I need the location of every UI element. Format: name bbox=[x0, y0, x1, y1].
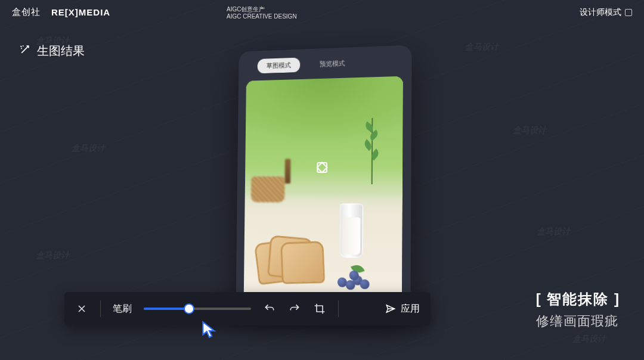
crop-button[interactable] bbox=[313, 302, 326, 315]
generated-image[interactable] bbox=[244, 76, 403, 305]
watermark-text: 盒马设计 bbox=[465, 42, 499, 52]
magic-wand-icon bbox=[19, 44, 31, 58]
redo-button[interactable] bbox=[288, 302, 301, 315]
watermark-text: 盒马设计 bbox=[72, 143, 105, 154]
image-basket bbox=[251, 176, 285, 203]
image-bottle bbox=[284, 159, 290, 184]
canvas-panel: 草图模式 预览模式 bbox=[236, 45, 412, 314]
header-caption-line2: AIGC CREATIVE DESIGN bbox=[227, 13, 297, 20]
mode-tabs: 草图模式 预览模式 bbox=[246, 54, 403, 74]
designer-mode-toggle[interactable]: 设计师模式 bbox=[580, 7, 632, 18]
brush-label: 笔刷 bbox=[113, 303, 132, 315]
watermark-text: 盒马设计 bbox=[537, 226, 570, 237]
apply-label: 应用 bbox=[401, 303, 420, 315]
expand-icon bbox=[625, 9, 632, 16]
image-bread bbox=[256, 229, 319, 284]
undo-button[interactable] bbox=[263, 302, 276, 315]
brush-size-slider[interactable] bbox=[144, 308, 251, 310]
feature-title: [ 智能抹除 ] bbox=[536, 290, 620, 309]
watermark-text: 盒马设计 bbox=[36, 250, 69, 261]
designer-mode-label: 设计师模式 bbox=[580, 7, 621, 18]
result-heading: 生图结果 bbox=[19, 43, 85, 59]
tab-sketch[interactable]: 草图模式 bbox=[258, 58, 301, 74]
image-blueberries bbox=[338, 265, 379, 291]
divider bbox=[338, 300, 339, 317]
tab-preview[interactable]: 预览模式 bbox=[310, 55, 354, 72]
header-caption: AIGC创意生产 AIGC CREATIVE DESIGN bbox=[227, 6, 297, 20]
feature-caption: [ 智能抹除 ] 修缮画面瑕疵 bbox=[536, 290, 620, 330]
divider bbox=[100, 300, 101, 317]
image-plant bbox=[357, 117, 387, 184]
watermark-text: 盒马设计 bbox=[513, 125, 546, 136]
apply-button[interactable]: 应用 bbox=[385, 303, 420, 315]
header: 盒创社 RE[X]MEDIA AIGC创意生产 AIGC CREATIVE DE… bbox=[0, 0, 644, 24]
brand-cn: 盒创社 bbox=[12, 7, 41, 18]
focus-marker-icon bbox=[317, 162, 327, 173]
brand-en: RE[X]MEDIA bbox=[51, 7, 110, 17]
send-icon bbox=[385, 303, 396, 314]
canvas-container: 草图模式 预览模式 bbox=[233, 48, 411, 310]
watermark-text: 盒马设计 bbox=[572, 334, 606, 345]
edit-toolbar: 笔刷 应用 bbox=[64, 292, 431, 325]
feature-subtitle: 修缮画面瑕疵 bbox=[536, 312, 620, 330]
close-button[interactable] bbox=[75, 302, 88, 315]
header-caption-line1: AIGC创意生产 bbox=[227, 6, 297, 13]
result-heading-label: 生图结果 bbox=[37, 43, 85, 59]
image-milk-glass bbox=[339, 203, 363, 258]
